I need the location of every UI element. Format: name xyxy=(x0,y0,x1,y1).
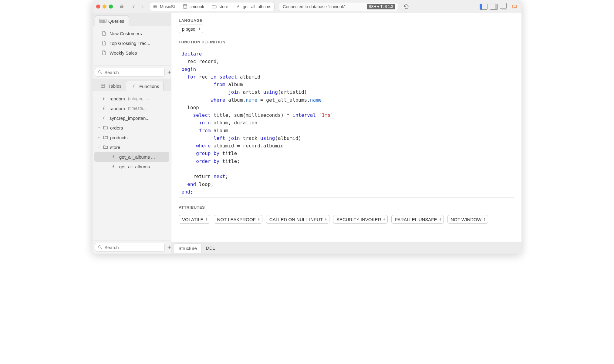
sidebar-top-tabs: SQL Queries xyxy=(93,13,171,26)
window-toolbar: MusicStchinookstoreget_all_albums Connec… xyxy=(93,0,521,13)
attribute-dropdown[interactable]: NOT WINDOW▴▾ xyxy=(447,215,488,224)
folder-icon xyxy=(103,144,108,150)
sql-file-icon xyxy=(101,50,106,56)
breadcrumb-label: chinook xyxy=(190,4,204,9)
schema-search-input[interactable] xyxy=(104,245,162,250)
window-controls xyxy=(95,5,115,8)
svg-point-0 xyxy=(183,4,187,6)
query-label: Top Grossing Trac... xyxy=(110,41,150,46)
breadcrumb-label: get_all_albums xyxy=(243,4,271,9)
attributes-label: ATTRIBUTES xyxy=(179,205,514,210)
queries-list: New CustomersTop Grossing Trac...Weekly … xyxy=(93,26,171,66)
nav-forward-button[interactable] xyxy=(138,2,146,11)
chevron-down-icon xyxy=(97,145,101,149)
search-icon xyxy=(98,245,103,250)
refresh-button[interactable] xyxy=(402,2,411,11)
feedback-button[interactable] xyxy=(510,2,519,11)
eject-icon[interactable] xyxy=(117,2,126,11)
folder-name: orders xyxy=(110,125,123,130)
attribute-dropdown[interactable]: SECURITY INVOKER▴▾ xyxy=(333,215,388,224)
language-label: LANGUAGE xyxy=(179,18,514,23)
tab-queries[interactable]: SQL Queries xyxy=(95,15,129,26)
table-icon xyxy=(100,83,106,89)
schema-search-row xyxy=(93,241,171,254)
queries-search-row xyxy=(93,66,171,79)
breadcrumb-item[interactable]: get_all_albums xyxy=(231,2,274,11)
folder-icon xyxy=(211,4,217,9)
breadcrumb-item[interactable]: store xyxy=(207,2,231,11)
right-panel-toggle[interactable] xyxy=(489,2,498,11)
breadcrumb: MusicStchinookstoreget_all_albums xyxy=(150,2,275,11)
folder-name: store xyxy=(110,145,120,150)
function-icon xyxy=(111,154,116,160)
function-signature: (integer, i... xyxy=(128,96,149,101)
left-panel-toggle[interactable] xyxy=(479,2,488,11)
attributes-row: VOLATILE▴▾NOT LEAKPROOF▴▾CALLED ON NULL … xyxy=(171,213,521,230)
query-item[interactable]: Weekly Sales xyxy=(94,48,169,58)
editor-pane: LANGUAGE plpgsql ▴▾ FUNCTION DEFINITION … xyxy=(171,13,521,254)
tab-structure[interactable]: Structure xyxy=(174,244,201,253)
chevron-updown-icon: ▴▾ xyxy=(484,218,485,221)
breadcrumb-label: store xyxy=(219,4,228,9)
function-name: get_all_albums ... xyxy=(119,154,155,160)
folder-icon xyxy=(103,125,108,130)
connection-status: Connected to database “chinook” SSH + TL… xyxy=(279,2,398,11)
connection-status-text: Connected to database “chinook” xyxy=(283,4,345,9)
tab-ddl[interactable]: DDL xyxy=(201,243,220,253)
function-icon xyxy=(101,96,106,101)
language-value: plpgsql xyxy=(182,26,197,32)
tab-functions[interactable]: Functions xyxy=(126,81,164,91)
function-icon xyxy=(111,164,116,169)
function-icon xyxy=(101,106,106,111)
tab-tables[interactable]: Tables xyxy=(95,80,126,91)
function-item[interactable]: get_all_albums ... xyxy=(94,152,169,162)
chevron-updown-icon: ▴▾ xyxy=(383,218,385,221)
queries-search-input[interactable] xyxy=(104,70,162,75)
breadcrumb-label: MusicSt xyxy=(160,4,175,9)
svg-point-3 xyxy=(99,246,101,248)
tab-tables-label: Tables xyxy=(108,83,121,89)
nav-back-button[interactable] xyxy=(130,2,138,11)
query-label: Weekly Sales xyxy=(110,50,137,56)
code-editor[interactable]: declare rec record; begin for rec in sel… xyxy=(179,48,514,198)
language-dropdown[interactable]: plpgsql ▴▾ xyxy=(179,25,203,33)
attribute-dropdown[interactable]: PARALLEL UNSAFE▴▾ xyxy=(391,215,444,224)
chevron-updown-icon: ▴▾ xyxy=(258,218,260,221)
attribute-value: SECURITY INVOKER xyxy=(336,217,381,222)
chevron-updown-icon: ▴▾ xyxy=(440,218,441,221)
chevron-down-icon xyxy=(97,126,101,130)
close-window-button[interactable] xyxy=(96,5,100,8)
queries-search[interactable] xyxy=(95,68,165,77)
function-icon xyxy=(101,115,106,121)
elephant-icon xyxy=(153,4,158,9)
folder-item[interactable]: orders xyxy=(94,123,169,133)
function-item[interactable]: random (integer, i... xyxy=(94,94,169,103)
function-name: get_all_albums ... xyxy=(119,164,155,169)
fullscreen-window-button[interactable] xyxy=(109,5,113,8)
attribute-value: NOT WINDOW xyxy=(451,217,481,222)
function-name: syncrep_importan... xyxy=(110,116,150,121)
minimize-window-button[interactable] xyxy=(103,5,106,8)
breadcrumb-item[interactable]: chinook xyxy=(178,2,207,11)
function-item[interactable]: random (timesta... xyxy=(94,103,169,113)
attribute-dropdown[interactable]: VOLATILE▴▾ xyxy=(179,215,210,224)
tab-functions-label: Functions xyxy=(139,84,159,89)
svg-point-1 xyxy=(99,71,101,73)
sql-icon: SQL xyxy=(100,18,106,24)
attribute-dropdown[interactable]: CALLED ON NULL INPUT▴▾ xyxy=(266,215,329,224)
folder-item[interactable]: store xyxy=(94,142,169,152)
new-window-button[interactable] xyxy=(500,2,509,11)
attribute-value: CALLED ON NULL INPUT xyxy=(269,217,323,222)
definition-label: FUNCTION DEFINITION xyxy=(179,40,514,44)
sidebar: SQL Queries New CustomersTop Grossing Tr… xyxy=(93,13,171,254)
connection-badge: SSH + TLS 1.3 xyxy=(367,4,395,9)
function-item[interactable]: syncrep_importan... xyxy=(94,113,169,123)
query-item[interactable]: Top Grossing Trac... xyxy=(94,38,169,48)
tab-queries-label: Queries xyxy=(108,19,124,24)
query-item[interactable]: New Customers xyxy=(94,29,169,38)
folder-item[interactable]: products xyxy=(94,133,169,142)
breadcrumb-item[interactable]: MusicSt xyxy=(150,2,178,11)
schema-search[interactable] xyxy=(95,243,165,252)
function-item[interactable]: get_all_albums ... xyxy=(94,162,169,171)
attribute-dropdown[interactable]: NOT LEAKPROOF▴▾ xyxy=(214,215,262,224)
